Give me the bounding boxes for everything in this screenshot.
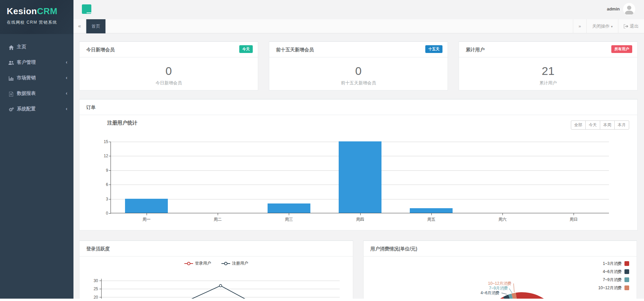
stat-card-today: 今日新增会员 今天 0 今日新增会员 [79,41,258,90]
x-axis-label: 周四 [325,217,396,222]
order-panel: 订单 注册用户统计 全部 今天 本周 本月 03691215周一周二周三周四周五… [79,99,638,230]
double-chevron-right-icon[interactable]: » [573,19,586,33]
chevron-left-icon: ‹ [66,54,67,70]
y-axis-tick [109,156,111,156]
logout-icon [624,20,628,34]
sidebar-nav: 主页 客户管理 ‹ 市场营销 ‹ 数据报表 ‹ 系统配置 ‹ [0,39,73,116]
app-logo: KesionCRM [7,6,67,17]
bar-chart-plot: 03691215周一周二周三周四周五周六周日 [111,142,609,213]
filter-button-today[interactable]: 今天 [585,120,600,130]
y-axis-tick [109,213,111,214]
x-axis-label: 周日 [538,217,609,222]
card-title: 今日新增会员 [86,47,115,53]
sidebar-item-settings[interactable]: 系统配置 ‹ [0,101,73,116]
chevron-left-icon: ‹ [66,70,67,85]
stat-label: 累计用户 [459,80,637,86]
double-chevron-left-icon[interactable]: « [73,19,86,33]
stat-label: 前十五天新增会员 [269,80,448,86]
x-axis-tick [289,213,289,215]
page-footer [0,299,644,301]
sidebar-item-label: 数据报表 [17,90,36,96]
sidebar-item-reports[interactable]: 数据报表 ‹ [0,85,73,101]
stat-label: 今日新增会员 [80,80,258,86]
gears-icon [8,101,14,117]
bar-周四 [339,141,381,213]
stat-card-total-users: 累计用户 所有用户 21 累计用户 [459,41,638,90]
logout-button[interactable]: 退出 [618,19,644,33]
bar-周五 [410,208,453,213]
x-axis-tick [218,213,218,215]
svg-text:30: 30 [94,278,98,283]
users-icon [8,55,14,70]
y-axis-label: 0 [96,211,108,216]
pie-leader-line-q4 [514,283,514,292]
close-actions-dropdown[interactable]: 关闭操作▾ [586,19,618,33]
x-axis-label: 周三 [253,217,325,222]
bar-chart-title: 注册用户统计 [107,120,137,126]
bar-chart-icon [8,70,14,86]
chevron-left-icon: ‹ [66,85,67,101]
x-axis-label: 周一 [111,217,182,222]
x-axis-tick [360,213,361,215]
filter-button-all[interactable]: 全部 [571,120,586,130]
stat-value: 0 [80,64,258,78]
menu-toggle-button[interactable] [82,4,91,14]
close-actions-label: 关闭操作 [592,24,610,29]
x-axis-tick [431,213,432,215]
bar-周一 [125,199,168,213]
chevron-left-icon: ‹ [66,101,67,116]
tab-home[interactable]: 首页 [86,19,105,33]
stat-value: 0 [269,64,448,78]
home-icon [8,39,14,55]
person-icon [623,3,635,15]
logo-block: KesionCRM 在线网校 CRM 营销系统 [0,0,73,34]
card-title: 前十五天新增会员 [276,47,314,53]
x-axis-label: 周六 [467,217,538,222]
x-axis-tick [574,213,574,215]
pie-leader-line-q2 [501,293,507,294]
status-badge: 十五天 [425,45,442,53]
y-axis-tick [109,199,111,199]
x-axis-tick [502,213,503,215]
sidebar-item-home[interactable]: 主页 [0,39,73,54]
sidebar-item-customers[interactable]: 客户管理 ‹ [0,54,73,70]
sidebar-item-marketing[interactable]: 市场营销 ‹ [0,70,73,85]
y-axis-label: 12 [96,154,108,158]
y-axis-label: 15 [96,139,108,144]
logo-text-primary: Kesion [7,6,37,16]
y-axis-tick [109,142,111,142]
panel-title-orders: 订单 [86,105,96,111]
y-axis-label: 9 [96,168,108,173]
bar-chart-filter-group: 全部 今天 本周 本月 [571,120,629,130]
pie-leader-line-q3 [509,289,512,293]
status-badge: 所有用户 [611,45,632,53]
logo-subtitle: 在线网校 CRM 营销系统 [7,20,67,25]
x-axis-label: 周五 [396,217,467,222]
filter-button-week[interactable]: 本周 [600,120,615,130]
top-header: admin [73,0,644,19]
y-axis-label: 6 [96,182,108,187]
stat-card-fifteen-days: 前十五天新增会员 十五天 0 前十五天新增会员 [269,41,448,90]
y-axis-label: 3 [96,197,108,201]
status-badge: 今天 [239,45,253,53]
report-icon [8,86,14,101]
caret-down-icon: ▾ [611,25,613,28]
sidebar-item-label: 系统配置 [17,106,36,111]
card-title: 累计用户 [466,47,485,53]
sidebar-item-label: 客户管理 [17,59,36,65]
x-axis-tick [147,213,147,215]
bar-周三 [268,203,310,213]
login-activity-panel: 登录活跃度 登录用户 注册用户 302520 [79,240,353,301]
sidebar: KesionCRM 在线网校 CRM 营销系统 主页 客户管理 ‹ 市场营销 ‹… [0,0,73,299]
username-label[interactable]: admin [607,6,620,11]
y-axis-tick [109,170,111,171]
sidebar-item-label: 市场营销 [17,75,36,80]
sidebar-item-label: 主页 [17,44,26,49]
line-chart-svg: 302520 [80,241,354,301]
pie-chart-svg [364,241,637,301]
svg-text:25: 25 [94,286,98,291]
logout-label: 退出 [630,24,639,29]
avatar[interactable] [623,3,635,15]
filter-button-month[interactable]: 本月 [614,120,629,130]
y-axis-tick [109,185,111,185]
